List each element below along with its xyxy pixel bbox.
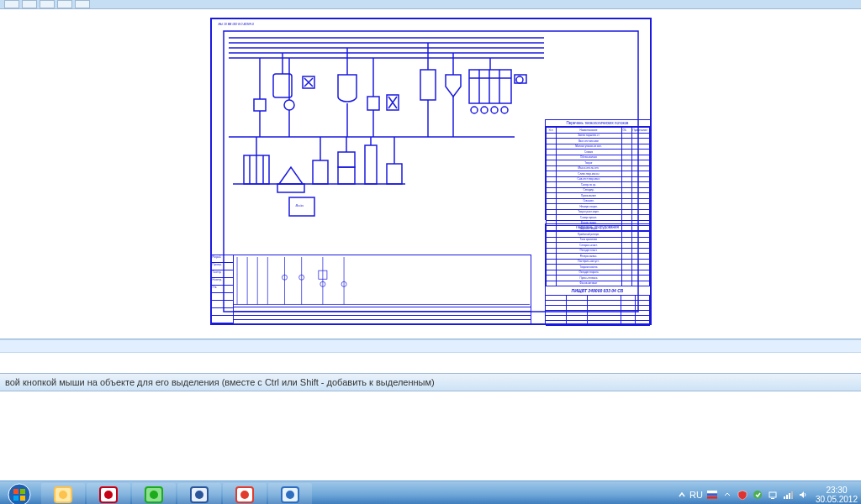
lower-left-block: Разраб. Провер. Т.контр. Н.контр. Утв. [212, 255, 531, 323]
clock-time: 23:30 [816, 486, 858, 495]
mail-icon [143, 485, 165, 504]
svg-rect-68 [13, 489, 18, 494]
equipment-table: Приёмный резерв. Танк хранения Сепарат.-… [546, 231, 650, 286]
svg-point-77 [150, 491, 158, 499]
status-text: вой кнопкой мыши на объекте для его выде… [5, 377, 435, 387]
taskbar[interactable]: RU 23:30 30.05.2012 [0, 480, 861, 504]
toolbar-strip [0, 0, 861, 9]
svg-rect-42 [277, 184, 304, 192]
svg-point-32 [481, 107, 488, 113]
svg-rect-48 [365, 145, 377, 184]
status-bar: вой кнопкой мыши на объекте для его выде… [0, 373, 861, 391]
svg-rect-43 [313, 160, 328, 184]
tray-update-icon[interactable] [752, 489, 763, 501]
word-icon [188, 485, 210, 504]
tray-volume-icon[interactable] [797, 489, 809, 501]
svg-point-75 [104, 491, 113, 499]
tray-chevron-icon[interactable] [676, 489, 688, 501]
svg-rect-46 [338, 167, 355, 184]
word-button[interactable] [177, 483, 221, 504]
opera-classic-icon [98, 485, 119, 504]
spacer [0, 353, 861, 373]
tray-device-icon[interactable] [767, 489, 779, 501]
status-band [0, 339, 861, 353]
flows-table-title: Перечень технологических потоков [546, 120, 650, 127]
svg-rect-90 [784, 496, 785, 499]
svg-rect-89 [771, 498, 774, 499]
svg-rect-88 [769, 492, 776, 497]
svg-rect-85 [707, 493, 717, 496]
title-block: ПИЩБТ 249000 033 04 СБ [545, 286, 650, 323]
tray-flag-icon[interactable] [706, 489, 718, 501]
equipment-table-panel: Перечень оборудования Приёмный резерв. Т… [545, 223, 650, 287]
svg-rect-26 [469, 70, 511, 103]
language-indicator[interactable]: RU [689, 490, 703, 500]
svg-point-79 [195, 491, 203, 499]
svg-point-87 [753, 491, 762, 499]
mail-button[interactable] [132, 483, 176, 504]
svg-rect-91 [786, 495, 788, 499]
opera-icon [234, 485, 256, 504]
toolbar-icon[interactable] [4, 0, 19, 8]
tray-network-icon[interactable] [782, 489, 794, 501]
explorer-button[interactable] [41, 483, 85, 504]
svg-point-83 [286, 491, 294, 499]
svg-rect-50 [387, 164, 402, 184]
toolbar-icon[interactable] [40, 0, 55, 8]
svg-point-31 [471, 107, 478, 113]
explorer-icon [52, 485, 74, 504]
toolbar-icon[interactable] [75, 0, 90, 8]
svg-rect-7 [254, 99, 266, 111]
tray-chevron-icon[interactable] [721, 489, 733, 501]
opera-button[interactable] [223, 483, 267, 504]
svg-point-33 [491, 107, 498, 113]
clock[interactable]: 23:30 30.05.2012 [811, 486, 858, 504]
svg-rect-45 [338, 152, 355, 167]
svg-rect-71 [20, 496, 25, 501]
toolbar-icon[interactable] [22, 0, 37, 8]
svg-point-34 [501, 107, 508, 113]
svg-point-67 [8, 484, 30, 504]
svg-rect-69 [20, 489, 25, 494]
flows-table: УслНаименованиеОб.Примечание Змеев поршн… [546, 127, 650, 232]
engineering-drawing[interactable]: ВЫ 10 ВВ 000 В 0 АТМН.0 [210, 18, 652, 325]
toolbar-icon[interactable] [57, 0, 72, 8]
opera-classic-button[interactable] [87, 483, 130, 504]
system-tray[interactable]: RU 23:30 30.05.2012 [674, 481, 861, 504]
drawing-canvas[interactable]: ВЫ 10 ВВ 000 В 0 АТМН.0 [0, 9, 861, 339]
taskbar-buttons [40, 481, 313, 504]
svg-rect-92 [789, 493, 790, 499]
equipment-table-title: Перечень оборудования [546, 224, 650, 231]
svg-rect-18 [367, 97, 379, 110]
svg-rect-70 [13, 496, 18, 501]
svg-point-10 [284, 100, 294, 110]
svg-point-81 [240, 491, 249, 499]
svg-rect-93 [791, 491, 793, 499]
start-button[interactable] [2, 482, 37, 504]
tray-shield-icon[interactable] [737, 489, 748, 501]
flows-table-panel: Перечень технологических потоков УслНаим… [545, 119, 650, 220]
kompas-button[interactable] [268, 483, 312, 504]
drawing-code: ПИЩБТ 249000 033 04 СБ [546, 286, 650, 296]
svg-point-73 [59, 491, 67, 499]
tank-label: Вода [296, 203, 304, 207]
kompas-icon [279, 485, 301, 504]
svg-rect-86 [707, 496, 717, 499]
clock-date: 30.05.2012 [816, 495, 858, 504]
